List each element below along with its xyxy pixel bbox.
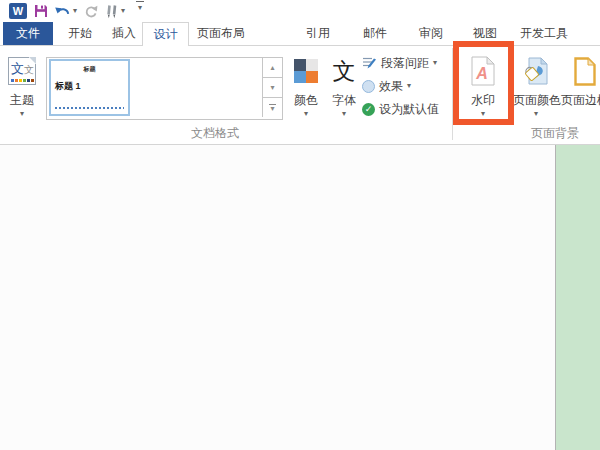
fonts-label: 字体 [332,93,356,107]
style-set-thumbnail[interactable]: 标题 标题 1 [49,59,130,116]
effects-button[interactable]: 效果 ▾ [362,77,411,95]
theme-fonts-button[interactable]: 文 字体 ▾ [326,52,362,124]
check-icon: ✓ [362,103,375,116]
document-canvas[interactable] [0,145,555,450]
format-pens-button[interactable]: ▾ [105,1,125,21]
page-color-icon [524,57,548,86]
set-as-default-button[interactable]: ✓ 设为默认值 [362,100,439,118]
page-borders-icon [574,57,596,86]
watermark-highlight-box [453,41,514,125]
group-label-document-formatting: 文档格式 [0,125,430,142]
qat-customize-dropdown-icon: ▾ [138,4,142,12]
theme-fonts-icon: 文 [333,60,356,83]
thumbnail-body-text-icon [55,107,124,109]
word-window: W ▾ [0,0,600,450]
effects-icon [362,80,375,93]
page-color-button[interactable]: 页面颜色 ▾ [513,52,559,124]
undo-dropdown-icon[interactable]: ▾ [73,7,77,15]
paragraph-spacing-icon [362,56,377,70]
themes-button[interactable]: 文文 主题 ▾ [2,52,42,124]
tab-design[interactable]: 设计 [142,22,189,46]
qat-customize-button[interactable]: ▾ [136,1,144,21]
more-dropdown-icon: ▾ [270,106,274,112]
qat-customize-bar-icon [136,1,144,2]
theme-color-swatches-icon [11,79,34,82]
word-logo-icon: W [9,3,27,19]
colors-label: 颜色 [294,93,318,107]
themes-label: 主题 [10,93,34,107]
scroll-up-icon: ▴ [270,63,274,72]
gallery-more-button[interactable]: ▾ [263,98,282,117]
fonts-dropdown-icon: ▾ [326,110,362,118]
thumbnail-heading-text: 标题 1 [55,80,128,93]
page-borders-label: 页面边框 [561,93,600,107]
thumbnail-title-text: 标题 [51,65,128,74]
effects-label: 效果 [379,77,403,95]
gallery-scroll-down-button[interactable]: ▾ [263,78,282,98]
page-color-preview-strip [556,145,600,450]
undo-button[interactable]: ▾ [55,1,77,21]
colors-dropdown-icon: ▾ [287,110,325,118]
themes-icon: 文文 [8,57,36,85]
scroll-down-icon: ▾ [270,83,274,92]
quick-access-toolbar: W ▾ [0,0,600,22]
tab-insert[interactable]: 插入 [102,22,146,45]
tab-home[interactable]: 开始 [58,22,102,45]
group-label-page-background: 页面背景 [500,125,600,142]
page-borders-button[interactable]: 页面边框 [560,52,600,124]
undo-icon [55,5,71,18]
tab-references[interactable]: 引用 [303,22,333,45]
themes-icon-char: 文 [11,61,24,76]
save-icon [34,4,48,18]
format-pens-icon [105,4,120,19]
tab-review[interactable]: 审阅 [416,22,446,45]
tab-page-layout[interactable]: 页面布局 [193,22,249,45]
style-set-gallery: 标题 标题 1 ▴ ▾ ▾ [46,57,283,120]
set-as-default-label: 设为默认值 [379,100,439,118]
themes-icon-char: 文 [24,64,34,75]
tab-mailings[interactable]: 邮件 [360,22,390,45]
tab-file[interactable]: 文件 [3,22,53,45]
redo-icon [84,5,98,18]
word-logo[interactable]: W [9,1,27,21]
gallery-scroll-up-button[interactable]: ▴ [263,58,282,78]
gallery-scrollbar: ▴ ▾ ▾ [262,58,282,117]
paragraph-spacing-label: 段落间距 [381,54,429,72]
effects-dropdown-icon: ▾ [407,82,411,90]
page-color-dropdown-icon: ▾ [513,110,559,118]
save-button[interactable] [34,1,48,21]
themes-dropdown-icon: ▾ [2,110,42,118]
paragraph-spacing-dropdown-icon: ▾ [433,59,437,67]
theme-colors-button[interactable]: 颜色 ▾ [287,52,325,124]
page-color-label: 页面颜色 [513,93,561,107]
redo-button[interactable] [84,1,98,21]
theme-colors-icon [294,59,318,83]
tab-developer[interactable]: 开发工具 [517,22,571,45]
pens-dropdown-icon[interactable]: ▾ [121,7,125,15]
paragraph-spacing-button[interactable]: 段落间距 ▾ [362,54,437,72]
